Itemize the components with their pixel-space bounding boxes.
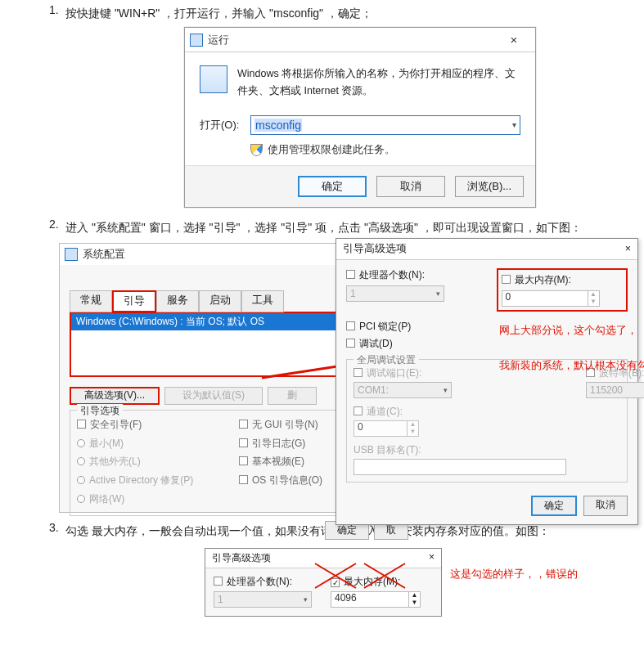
adv2-close-icon[interactable]: × [429,551,435,565]
run-big-icon [200,65,227,93]
open-value: msconfig [254,119,302,132]
delete-button[interactable]: 删 [268,387,317,405]
opt-shell[interactable]: 其他外壳(L) [77,452,239,471]
ok-button[interactable]: 确定 [298,176,367,197]
opt-ad[interactable]: Active Directory 修复(P) [77,471,239,490]
global-debug-group: 全局调试设置 调试端口(E): COM1:▾ 通道(C): 0 ▲▼ USB 目… [346,359,628,483]
advanced-options-button[interactable]: 高级选项(V)... [70,387,160,405]
cpu-select[interactable]: 1▾ [346,285,444,302]
tab-tools[interactable]: 工具 [241,290,284,312]
step-1-number: 1. [49,3,65,24]
spinner-icon[interactable]: ▲▼ [588,291,599,306]
adv-title: 引导高级选项 [343,242,407,256]
spinner-icon[interactable]: ▲▼ [408,592,420,607]
tab-general[interactable]: 常规 [70,290,112,312]
close-icon[interactable]: × [498,33,530,47]
admin-note: 使用管理权限创建此任务。 [268,143,395,157]
adv-close-icon[interactable]: × [625,243,631,254]
sysconf-title: 系统配置 [83,247,125,262]
sysconf-icon [65,248,78,261]
open-input[interactable]: msconfig ▾ [250,115,520,135]
annotation-3: 这是勾选的样子，，错误的 [450,564,578,583]
adv-ok-button[interactable]: 确定 [531,496,577,516]
step-2-text: 进入 "系统配置" 窗口，选择 "引导" ，选择 "引导" 项，点击 "高级选项… [65,218,611,238]
channel-input[interactable]: 0 ▲▼ [354,420,419,437]
step-1: 1. 按快捷键 "WIN+R" ，打开运行，并输入 "msconfig" ，确定… [49,3,611,24]
step-2: 2. 进入 "系统配置" 窗口，选择 "引导" ，选择 "引导" 项，点击 "高… [49,218,611,238]
debug-port-select[interactable]: COM1:▾ [354,382,452,398]
chevron-down-icon[interactable]: ▾ [512,120,516,129]
adv2-maxmem-input[interactable]: 4096 ▲▼ [331,591,421,608]
shield-icon [250,144,263,156]
opt-safeboot[interactable]: 安全引导(F) [77,415,239,434]
run-icon [190,34,203,47]
run-titlebar: 运行 × [185,28,535,52]
channel-checkbox[interactable]: 通道(C): [354,405,566,419]
browse-button[interactable]: 浏览(B)... [455,176,524,197]
tab-services[interactable]: 服务 [156,290,199,312]
cancel-button[interactable]: 取消 [376,176,445,197]
cpu-checkbox[interactable]: 处理器个数(N): [346,268,477,282]
opt-net[interactable]: 网络(W) [77,490,239,509]
global-debug-legend: 全局调试设置 [354,353,419,367]
maxmem-input[interactable]: 0 ▲▼ [502,290,600,307]
boot-advanced-dialog-2: 引导高级选项 × 处理器个数(N): 1▾ 最大内存(M): 4096 ▲▼ [205,548,442,617]
run-title: 运行 [208,33,229,47]
annotation-2: 我新装的系统，默认根本没有勾选 [499,356,644,375]
adv2-cpu-select[interactable]: 1▾ [214,591,312,608]
annotation-1: 网上大部分说，这个勾选了， [499,321,644,339]
screenshot-cluster-2: 引导高级选项 × 处理器个数(N): 1▾ 最大内存(M): 4096 ▲▼ [74,548,644,613]
maxmem-checkbox[interactable]: 最大内存(M): [502,273,623,287]
boot-advanced-dialog: 引导高级选项 × 处理器个数(N): 1▾ 最大内存(M): 0 [336,238,638,525]
step-1-text: 按快捷键 "WIN+R" ，打开运行，并输入 "msconfig" ，确定； [65,3,611,24]
usb-input[interactable] [354,459,566,475]
tab-startup[interactable]: 启动 [199,290,241,312]
set-default-button[interactable]: 设为默认值(S) [164,387,263,405]
boot-options-legend: 引导选项 [77,404,123,418]
tab-boot[interactable]: 引导 [112,290,156,312]
adv2-maxmem-checkbox[interactable]: 最大内存(M): [331,575,433,589]
run-description: Windows 将根据你所输入的名称，为你打开相应的程序、文件夹、文档或 Int… [237,65,520,101]
adv-cancel-button[interactable]: 取消 [583,496,628,516]
adv2-title: 引导高级选项 [212,551,271,565]
baud-select[interactable]: 115200▾ [586,382,644,398]
adv2-cpu-checkbox[interactable]: 处理器个数(N): [214,575,316,589]
open-label: 打开(O): [200,118,250,132]
usb-label: USB 目标名(T): [354,443,566,457]
step-2-number: 2. [49,218,65,238]
run-dialog: 运行 × Windows 将根据你所输入的名称，为你打开相应的程序、文件夹、文档… [184,27,536,208]
opt-min[interactable]: 最小(M) [77,434,239,453]
screenshot-cluster: 系统配置 常规 引导 服务 启动 工具 Windows (C:\Windows)… [74,243,644,513]
